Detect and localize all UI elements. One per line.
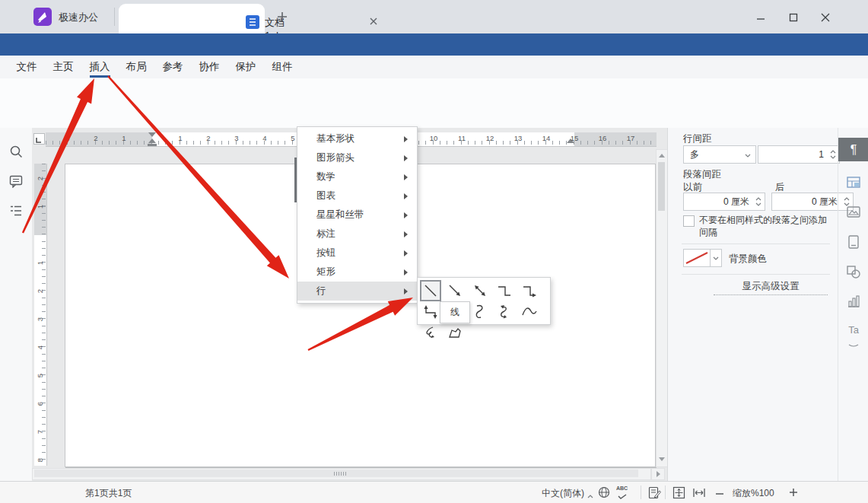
line-spacing-value-input[interactable]: 1 [758,145,840,164]
status-bar: 第1页共1页 中文(简体) ABC 缩放%100 [0,481,868,503]
ribbon-tabs: 文件主页插入布局参考协作保护组件 [8,56,300,78]
window-close-button[interactable] [814,9,837,26]
horizontal-scrollbar[interactable] [32,468,651,480]
shapes-menu-item-行[interactable]: 行 [297,282,417,301]
app-name: 极速办公 [59,11,98,24]
line-shape-curve[interactable] [519,301,540,323]
globe-icon[interactable] [598,486,610,501]
advanced-settings-link[interactable]: 显示高级设置 [714,280,828,295]
vertical-ruler: 2112345678 [34,164,47,466]
app-logo [33,8,52,26]
menu-item-label: 按钮 [316,247,335,258]
language-selector[interactable]: 中文(简体) [542,487,584,500]
vertical-scroll-thumb[interactable] [658,162,665,211]
shapes-menu-item-数学[interactable]: 数学 [297,167,417,186]
ribbon-tab-布局[interactable]: 布局 [118,56,154,78]
line-spacing-mode-select[interactable]: 多 [683,145,756,164]
ribbon-tab-保护[interactable]: 保护 [227,56,264,78]
space-before-input[interactable]: 0 厘米 [683,193,765,211]
line-shape-arrow[interactable] [444,280,466,301]
tab-stop-selector[interactable] [33,133,45,145]
hanging-indent-marker[interactable] [148,138,156,143]
document-icon [246,15,259,29]
ribbon-tab-主页[interactable]: 主页 [45,56,81,78]
ruler-number: 1 [36,259,44,268]
scroll-down-arrow[interactable] [659,457,665,461]
color-dropdown-button[interactable] [710,249,722,267]
comment-panel-icon[interactable] [9,174,23,188]
new-tab-button[interactable] [277,11,288,22]
shapes-menu-item-按钮[interactable]: 按钮 [297,244,417,263]
line-shape-curved-double-arrow[interactable] [494,301,515,323]
tooltip: 线 [440,301,470,323]
line-shapes-submenu [417,277,551,325]
shapes-menu-item-矩形[interactable]: 矩形 [297,263,417,282]
shapes-menu-item-图表[interactable]: 图表 [297,186,417,205]
document-tab[interactable]: 文档1.docx [119,4,265,33]
ribbon-tab-row: 文件主页插入布局参考协作保护组件 [0,56,868,78]
ribbon-tab-组件[interactable]: 组件 [264,56,300,78]
ribbon-tab-协作[interactable]: 协作 [191,56,227,78]
line-shape-curved-arrow[interactable] [469,301,491,323]
submenu-arrow-icon [404,269,408,275]
window-maximize-button[interactable] [782,9,805,26]
scroll-right-arrow[interactable] [651,468,665,480]
background-color-swatch[interactable] [683,249,711,267]
elements-panel-icon[interactable] [846,175,861,190]
spellcheck-icon[interactable]: ABC [616,485,628,501]
edit-mode-icon[interactable] [648,486,661,501]
ribbon-tab-插入[interactable]: 插入 [81,56,118,78]
search-icon[interactable] [9,145,23,158]
scroll-up-arrow[interactable] [659,154,665,158]
same-style-checkbox[interactable] [683,215,695,227]
chart-panel-icon[interactable] [846,294,861,309]
line-shape-elbow[interactable] [494,280,515,301]
zoom-out-button[interactable] [715,489,724,500]
ruler-number: 7 [36,428,44,437]
line-shape-elbow-arrow[interactable] [519,280,540,301]
line-shape-elbow-double-arrow[interactable] [420,301,441,323]
submenu-arrow-icon [404,212,408,218]
text-style-panel-icon[interactable]: Ta [846,323,861,338]
line-shape-freeform-scribble[interactable] [420,323,441,344]
ruler-number: 5 [36,371,44,380]
ruler-number: 2 [206,134,210,142]
paragraph-panel-tab[interactable]: ¶ [838,138,868,161]
spinner-arrows[interactable] [830,146,836,163]
fit-width-icon[interactable] [692,486,706,501]
shapes-panel-icon[interactable] [846,264,861,279]
rocket-icon [33,8,52,26]
tab-close-icon[interactable] [368,16,379,27]
image-panel-icon[interactable] [846,205,861,220]
shapes-menu-item-图形箭头[interactable]: 图形箭头 [297,148,417,167]
shapes-menu-item-标注[interactable]: 标注 [297,224,417,244]
shapes-menu-item-基本形状[interactable]: 基本形状 [297,129,417,148]
left-indent-marker[interactable] [148,144,157,147]
shapes-menu-item-星星和丝带[interactable]: 星星和丝带 [297,205,417,224]
line-shape-double-arrow[interactable] [469,280,491,301]
zoom-in-button[interactable] [789,488,798,499]
submenu-arrow-icon [404,174,408,180]
divider [641,485,641,499]
line-shape-line[interactable] [420,280,441,301]
spinner-arrows[interactable] [755,193,761,210]
ruler-number: 14 [542,134,551,142]
outline-panel-icon[interactable] [9,204,23,218]
fit-page-icon[interactable] [672,486,685,501]
line-shape-freeform[interactable] [444,323,466,344]
menu-item-label: 基本形状 [316,133,355,144]
ruler-number: 16 [599,134,607,142]
first-line-indent-marker[interactable] [148,132,156,137]
menu-item-label: 图表 [316,190,335,201]
horizontal-scroll-thumb[interactable] [34,470,638,477]
ribbon-tab-文件[interactable]: 文件 [8,56,45,78]
active-tab-underline [90,75,110,78]
page-indicator: 第1页共1页 [85,487,132,500]
menu-item-label: 数学 [316,171,335,182]
ruler-number: 17 [627,134,635,142]
window-minimize-button[interactable] [749,9,772,26]
submenu-arrow-icon [404,250,408,256]
page-panel-icon[interactable] [846,234,861,250]
ribbon-tab-参考[interactable]: 参考 [154,56,191,78]
ruler-number: 15 [571,134,579,142]
